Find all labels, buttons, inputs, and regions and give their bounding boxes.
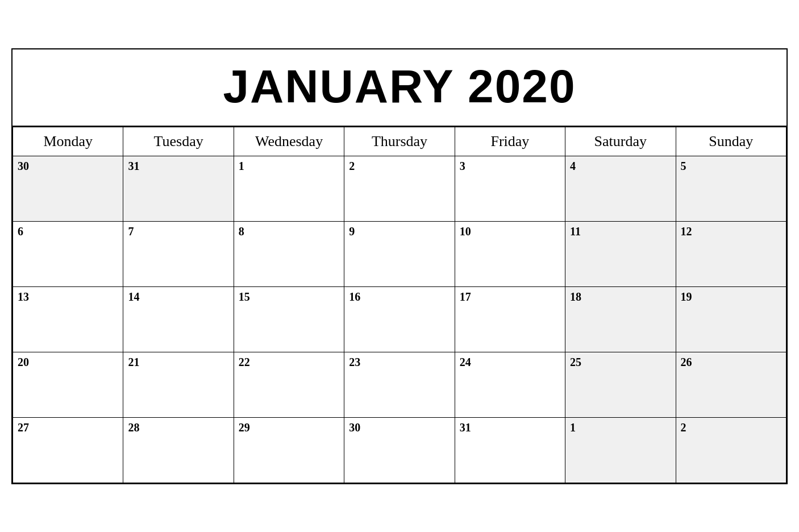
date-number: 22 xyxy=(239,356,250,368)
calendar-cell-2-0: 13 xyxy=(13,286,123,352)
calendar-cell-4-2: 29 xyxy=(234,417,344,483)
calendar-cell-0-0: 30 xyxy=(13,156,123,221)
date-number: 14 xyxy=(128,290,139,303)
calendar-container: JANUARY 2020 MondayTuesdayWednesdayThurs… xyxy=(11,48,788,484)
day-header-friday: Friday xyxy=(455,127,565,156)
calendar-cell-4-3: 30 xyxy=(344,417,455,483)
date-number: 31 xyxy=(460,421,471,434)
calendar-cell-3-2: 22 xyxy=(234,352,344,417)
calendar-cell-1-3: 9 xyxy=(344,221,455,286)
date-number: 25 xyxy=(570,356,581,368)
calendar-cell-4-6: 2 xyxy=(676,417,786,483)
calendar-cell-2-6: 19 xyxy=(676,286,786,352)
calendar-cell-3-5: 25 xyxy=(565,352,676,417)
date-number: 31 xyxy=(128,160,139,172)
date-number: 3 xyxy=(460,160,465,172)
calendar-cell-3-4: 24 xyxy=(455,352,565,417)
date-number: 8 xyxy=(239,225,244,238)
date-number: 28 xyxy=(128,421,139,434)
week-row-2: 6789101112 xyxy=(13,221,786,286)
date-number: 12 xyxy=(681,225,692,238)
calendar-cell-4-5: 1 xyxy=(565,417,676,483)
day-header-sunday: Sunday xyxy=(676,127,786,156)
calendar-cell-1-1: 7 xyxy=(123,221,234,286)
calendar-cell-1-4: 10 xyxy=(455,221,565,286)
date-number: 27 xyxy=(18,421,29,434)
day-header-wednesday: Wednesday xyxy=(234,127,344,156)
day-header-monday: Monday xyxy=(13,127,123,156)
calendar-cell-0-1: 31 xyxy=(123,156,234,221)
week-row-1: 303112345 xyxy=(13,156,786,221)
calendar-cell-3-3: 23 xyxy=(344,352,455,417)
calendar-cell-0-2: 1 xyxy=(234,156,344,221)
date-number: 23 xyxy=(349,356,360,368)
calendar-cell-2-1: 14 xyxy=(123,286,234,352)
date-number: 2 xyxy=(681,421,686,434)
calendar-cell-1-5: 11 xyxy=(565,221,676,286)
date-number: 18 xyxy=(570,290,581,303)
calendar-cell-4-1: 28 xyxy=(123,417,234,483)
week-row-3: 13141516171819 xyxy=(13,286,786,352)
date-number: 16 xyxy=(349,290,360,303)
date-number: 9 xyxy=(349,225,355,238)
date-number: 1 xyxy=(239,160,244,172)
date-number: 30 xyxy=(349,421,360,434)
date-number: 29 xyxy=(239,421,250,434)
calendar-cell-1-2: 8 xyxy=(234,221,344,286)
date-number: 6 xyxy=(18,225,23,238)
date-number: 11 xyxy=(570,225,581,238)
day-header-tuesday: Tuesday xyxy=(123,127,234,156)
date-number: 17 xyxy=(460,290,471,303)
date-number: 1 xyxy=(570,421,576,434)
calendar-cell-4-0: 27 xyxy=(13,417,123,483)
date-number: 21 xyxy=(128,356,139,368)
calendar-grid: MondayTuesdayWednesdayThursdayFridaySatu… xyxy=(13,127,786,483)
calendar-cell-1-6: 12 xyxy=(676,221,786,286)
calendar-cell-1-0: 6 xyxy=(13,221,123,286)
date-number: 19 xyxy=(681,290,692,303)
week-row-4: 20212223242526 xyxy=(13,352,786,417)
week-row-5: 272829303112 xyxy=(13,417,786,483)
date-number: 5 xyxy=(681,160,686,172)
calendar-cell-0-4: 3 xyxy=(455,156,565,221)
calendar-cell-0-3: 2 xyxy=(344,156,455,221)
calendar-cell-4-4: 31 xyxy=(455,417,565,483)
date-number: 20 xyxy=(18,356,29,368)
day-header-thursday: Thursday xyxy=(344,127,455,156)
date-number: 26 xyxy=(681,356,692,368)
date-number: 15 xyxy=(239,290,250,303)
day-header-saturday: Saturday xyxy=(565,127,676,156)
calendar-cell-2-4: 17 xyxy=(455,286,565,352)
days-of-week-row: MondayTuesdayWednesdayThursdayFridaySatu… xyxy=(13,127,786,156)
calendar-cell-2-3: 16 xyxy=(344,286,455,352)
calendar-cell-2-5: 18 xyxy=(565,286,676,352)
calendar-header: JANUARY 2020 xyxy=(13,49,786,127)
date-number: 30 xyxy=(18,160,29,172)
date-number: 7 xyxy=(128,225,134,238)
date-number: 13 xyxy=(18,290,29,303)
calendar-title: JANUARY 2020 xyxy=(13,60,786,113)
calendar-cell-3-6: 26 xyxy=(676,352,786,417)
calendar-cell-3-1: 21 xyxy=(123,352,234,417)
calendar-cell-0-6: 5 xyxy=(676,156,786,221)
calendar-cell-2-2: 15 xyxy=(234,286,344,352)
date-number: 2 xyxy=(349,160,355,172)
date-number: 10 xyxy=(460,225,471,238)
calendar-cell-0-5: 4 xyxy=(565,156,676,221)
date-number: 24 xyxy=(460,356,471,368)
date-number: 4 xyxy=(570,160,576,172)
calendar-cell-3-0: 20 xyxy=(13,352,123,417)
